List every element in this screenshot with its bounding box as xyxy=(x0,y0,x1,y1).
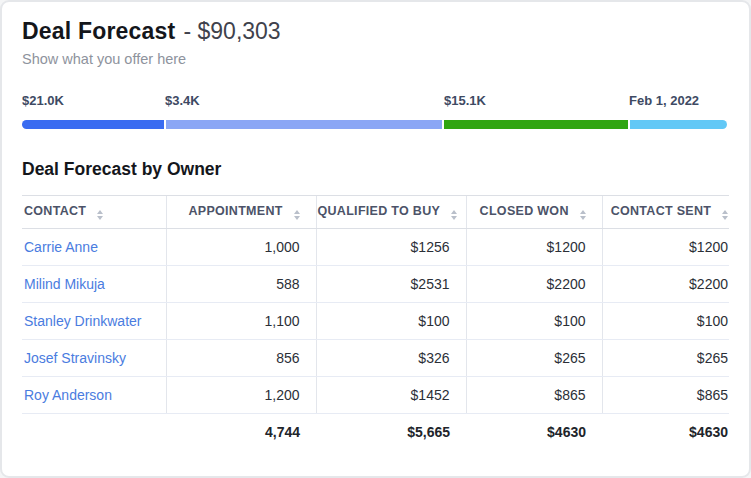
cell-appointment: 1,000 xyxy=(166,229,316,266)
forecast-progress-section: $21.0K $3.4K $15.1K Feb 1, 2022 xyxy=(22,93,729,129)
page-title: Deal Forecast xyxy=(22,18,175,45)
progress-labels: $21.0K $3.4K $15.1K Feb 1, 2022 xyxy=(22,93,729,111)
progress-segment-green[interactable] xyxy=(444,120,628,129)
total-qualified: $5,665 xyxy=(316,414,466,451)
contact-link[interactable]: Milind Mikuja xyxy=(22,266,166,303)
sort-icon[interactable] xyxy=(451,210,457,220)
cell-appointment: 856 xyxy=(166,340,316,377)
column-header-qualified-to-buy[interactable]: QUALIFIED TO BUY xyxy=(316,196,466,229)
table-section-title: Deal Forecast by Owner xyxy=(22,159,729,180)
card-header: Deal Forecast - $90,303 xyxy=(22,18,729,45)
sort-icon[interactable] xyxy=(294,210,300,220)
total-closed-won: $4630 xyxy=(466,414,602,451)
total-contact-sent: $4630 xyxy=(602,414,729,451)
total-appointment: 4,744 xyxy=(166,414,316,451)
contact-link[interactable]: Roy Anderson xyxy=(22,377,166,414)
deal-forecast-card: Deal Forecast - $90,303 Show what you of… xyxy=(0,0,751,478)
sort-icon[interactable] xyxy=(722,210,728,220)
cell-contact-sent: $265 xyxy=(602,340,729,377)
cell-qualified: $1256 xyxy=(316,229,466,266)
table-row: Roy Anderson 1,200 $1452 $865 $865 xyxy=(22,377,729,414)
deal-forecast-table: CONTACT APPOINTMENT QUALIFIED TO BUY CLO… xyxy=(22,195,729,451)
table-row: Carrie Anne 1,000 $1256 $1200 $1200 xyxy=(22,229,729,266)
contact-link[interactable]: Stanley Drinkwater xyxy=(22,303,166,340)
segment-label: Feb 1, 2022 xyxy=(629,93,699,108)
cell-closed-won: $265 xyxy=(466,340,602,377)
table-row: Stanley Drinkwater 1,100 $100 $100 $100 xyxy=(22,303,729,340)
cell-closed-won: $2200 xyxy=(466,266,602,303)
cell-contact-sent: $100 xyxy=(602,303,729,340)
contact-link[interactable]: Carrie Anne xyxy=(22,229,166,266)
table-row: Josef Stravinsky 856 $326 $265 $265 xyxy=(22,340,729,377)
segment-label: $15.1K xyxy=(444,93,486,108)
segment-label: $21.0K xyxy=(22,93,64,108)
column-header-appointment[interactable]: APPOINTMENT xyxy=(166,196,316,229)
table-row: Milind Mikuja 588 $2531 $2200 $2200 xyxy=(22,266,729,303)
progress-segment-blue[interactable] xyxy=(22,120,164,129)
progress-segment-sky[interactable] xyxy=(630,120,727,129)
table-totals-row: 4,744 $5,665 $4630 $4630 xyxy=(22,414,729,451)
cell-contact-sent: $865 xyxy=(602,377,729,414)
forecast-total-amount: - $90,303 xyxy=(183,18,280,45)
cell-appointment: 588 xyxy=(166,266,316,303)
cell-contact-sent: $1200 xyxy=(602,229,729,266)
table-header-row: CONTACT APPOINTMENT QUALIFIED TO BUY CLO… xyxy=(22,196,729,229)
page-subtitle: Show what you offer here xyxy=(22,51,729,67)
stacked-progress-bar xyxy=(22,120,727,129)
column-header-contact-sent[interactable]: CONTACT SENT xyxy=(602,196,729,229)
cell-qualified: $2531 xyxy=(316,266,466,303)
cell-qualified: $1452 xyxy=(316,377,466,414)
cell-closed-won: $1200 xyxy=(466,229,602,266)
cell-closed-won: $865 xyxy=(466,377,602,414)
sort-icon[interactable] xyxy=(580,210,586,220)
cell-closed-won: $100 xyxy=(466,303,602,340)
segment-label: $3.4K xyxy=(165,93,200,108)
totals-empty-cell xyxy=(22,414,166,451)
sort-icon[interactable] xyxy=(97,210,103,220)
contact-link[interactable]: Josef Stravinsky xyxy=(22,340,166,377)
cell-qualified: $326 xyxy=(316,340,466,377)
column-header-contact[interactable]: CONTACT xyxy=(22,196,166,229)
column-header-closed-won[interactable]: CLOSED WON xyxy=(466,196,602,229)
cell-appointment: 1,100 xyxy=(166,303,316,340)
cell-contact-sent: $2200 xyxy=(602,266,729,303)
cell-qualified: $100 xyxy=(316,303,466,340)
cell-appointment: 1,200 xyxy=(166,377,316,414)
progress-segment-lightblue[interactable] xyxy=(166,120,442,129)
